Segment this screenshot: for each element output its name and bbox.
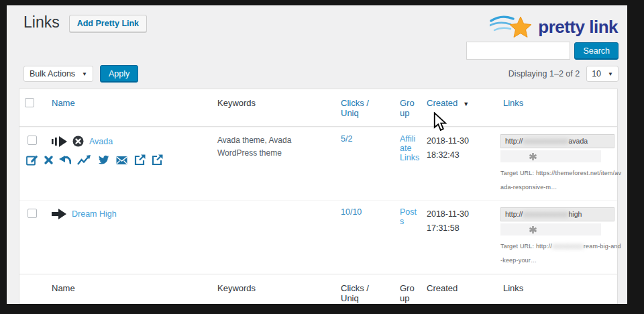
disabled-icon xyxy=(72,136,84,147)
twitter-icon[interactable] xyxy=(97,155,109,166)
table-row: Avada xyxy=(19,127,617,200)
row-checkbox[interactable] xyxy=(28,136,37,145)
dropdown-caret-icon: ▼ xyxy=(82,71,87,77)
footer-clicks: Clicks / Uniq xyxy=(335,274,394,304)
clicks-link[interactable]: 10/10 xyxy=(341,207,362,217)
row-checkbox[interactable] xyxy=(28,209,37,218)
created-cell: 2018-11-30 17:31:58 xyxy=(421,201,498,273)
header-name[interactable]: Name xyxy=(52,98,75,108)
per-page-select-top[interactable]: 10 ▼ xyxy=(586,66,619,82)
dropdown-caret-icon: ▼ xyxy=(608,71,613,77)
tracking-arrow-icon xyxy=(52,136,67,147)
group-link[interactable]: Posts xyxy=(400,207,417,226)
link-name[interactable]: Avada xyxy=(89,137,113,146)
email-icon[interactable] xyxy=(115,156,128,165)
footer-links: Links xyxy=(498,274,617,304)
redacted-url-segment: xxxxxxxxxxxxx xyxy=(523,210,568,218)
keywords-cell xyxy=(212,201,335,273)
add-pretty-link-button[interactable]: Add Pretty Link xyxy=(69,15,147,32)
footer-name: Name xyxy=(46,274,212,304)
header-group[interactable]: Group xyxy=(400,98,415,118)
header-clicks[interactable]: Clicks / Uniq xyxy=(341,98,369,118)
search-input[interactable] xyxy=(466,42,570,60)
bulk-actions-label: Bulk Actions xyxy=(30,69,75,78)
page-title: Links xyxy=(23,12,60,32)
header-keywords: Keywords xyxy=(212,89,335,126)
group-link[interactable]: Affiliate Links xyxy=(400,134,419,162)
clicks-link[interactable]: 5/2 xyxy=(341,134,352,144)
open-target-url-icon[interactable] xyxy=(152,154,163,166)
target-url-text: Target URL: http://xxxxxxxxxxream-big-an… xyxy=(500,240,623,268)
search-button[interactable]: Search xyxy=(574,42,619,60)
row-actions xyxy=(23,152,166,168)
arrow-icon xyxy=(52,209,66,219)
target-url-text: Target URL: https://themeforest.net/item… xyxy=(500,166,623,195)
table-header-row: Name Keywords Clicks / Uniq Group Create… xyxy=(19,89,617,127)
shooting-star-icon xyxy=(490,13,534,40)
delete-icon[interactable] xyxy=(44,156,53,164)
table-footer-row: Name Keywords Clicks / Uniq Group Create… xyxy=(19,274,617,304)
displaying-count-top: Displaying 1–2 of 2 xyxy=(508,69,580,78)
redacted-url-segment: xxxxxxxxxx xyxy=(552,243,584,250)
search-row: Search xyxy=(7,42,627,60)
pretty-link-admin-screen: Links Add Pretty Link pretty link Search… xyxy=(7,5,627,304)
logo-wordmark: pretty link xyxy=(538,17,618,38)
pretty-url-field[interactable]: http://xxxxxxxxxxxxxavada xyxy=(500,134,614,148)
footer-keywords: Keywords xyxy=(212,274,335,304)
controls-row: Bulk Actions ▼ Apply Displaying 1–2 of 2… xyxy=(7,65,627,83)
link-name[interactable]: Dream High xyxy=(72,209,117,219)
copy-strip xyxy=(500,223,601,235)
links-cell: http://xxxxxxxxxxxxxhigh Target URL: htt… xyxy=(498,201,627,273)
keywords-cell: Avada theme, Avada WordPress theme xyxy=(212,127,335,200)
edit-icon[interactable] xyxy=(26,154,38,166)
stats-icon[interactable] xyxy=(77,155,91,165)
footer-group: Group xyxy=(394,274,421,304)
select-all-checkbox[interactable] xyxy=(25,98,34,107)
pretty-url-field[interactable]: http://xxxxxxxxxxxxxhigh xyxy=(500,207,614,221)
per-page-value: 10 xyxy=(592,69,601,78)
header-links[interactable]: Links xyxy=(503,98,523,108)
redacted-url-segment: xxxxxxxxxxxxx xyxy=(523,137,568,145)
copy-icon[interactable] xyxy=(529,225,537,234)
bulk-actions-select[interactable]: Bulk Actions ▼ xyxy=(23,66,93,82)
links-cell: http://xxxxxxxxxxxxxavada Target URL: ht… xyxy=(498,127,627,200)
apply-button[interactable]: Apply xyxy=(100,65,138,83)
footer-created: Created xyxy=(421,274,498,304)
header-created[interactable]: Created▼ xyxy=(427,98,469,108)
titlebar: Links Add Pretty Link pretty link xyxy=(7,5,627,38)
copy-strip xyxy=(500,150,601,162)
pretty-link-logo: pretty link xyxy=(490,13,618,40)
created-cell: 2018-11-30 18:32:43 xyxy=(421,127,498,200)
table-row: Dream High 10/10 Posts 2018-11-30 17:31:… xyxy=(19,200,617,273)
reset-icon[interactable] xyxy=(59,155,71,165)
open-pretty-link-icon[interactable] xyxy=(134,154,146,166)
links-table: Name Keywords Clicks / Uniq Group Create… xyxy=(19,89,618,304)
app-frame: Links Add Pretty Link pretty link Search… xyxy=(0,0,644,314)
sort-desc-icon: ▼ xyxy=(463,101,469,107)
copy-icon[interactable] xyxy=(529,152,537,161)
